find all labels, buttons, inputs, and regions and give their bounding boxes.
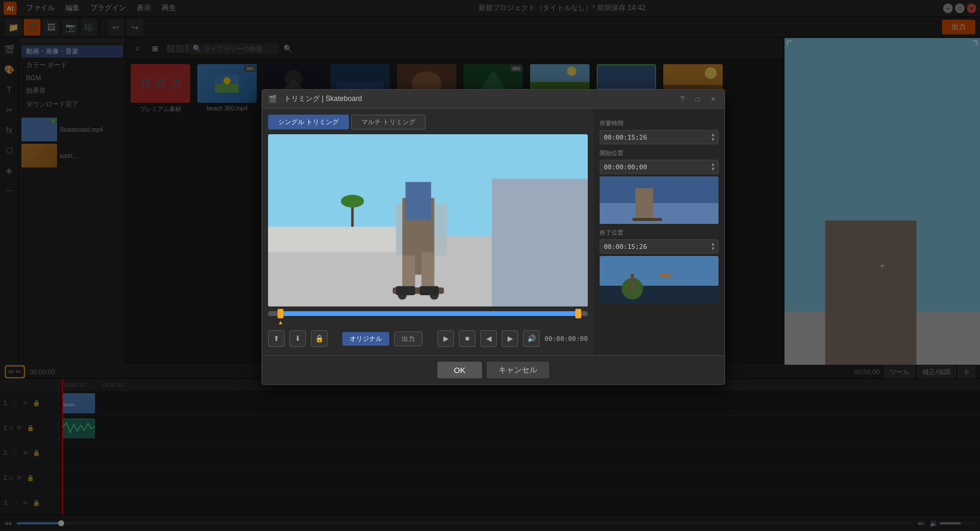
media-button[interactable]: 🎵 [24, 19, 40, 36]
sidebar-fx-button[interactable]: fx [2, 122, 17, 138]
trim-audio-button[interactable]: 🔊 [523, 330, 540, 347]
track-icon-monitor[interactable]: □ [11, 399, 19, 407]
menu-edit[interactable]: 編集 [61, 2, 84, 14]
scrubber-left-handle[interactable] [278, 309, 283, 318]
trim-export-in-button[interactable]: ⬆ [268, 330, 285, 347]
panel-resize-handle[interactable] [19, 38, 125, 43]
track-icon-eye-1v[interactable]: 👁 [21, 399, 30, 407]
playback-handle[interactable] [58, 520, 64, 526]
minimize-button[interactable]: ─ [943, 4, 953, 13]
dialog-cancel-button[interactable]: キャンセル [487, 362, 549, 378]
menu-file[interactable]: ファイル [21, 2, 59, 14]
trim-scrubber[interactable] [268, 311, 588, 323]
trim-step-fwd-button[interactable]: ▶ [502, 330, 518, 347]
trim-step-back-button[interactable]: ◀ [480, 330, 497, 347]
panel-item-sunrise[interactable]: sunri... [21, 144, 123, 167]
duration-spinners[interactable]: ▲ ▼ [711, 132, 714, 142]
original-toggle[interactable]: オリジナル [342, 332, 389, 346]
key-button[interactable]: キ [958, 366, 975, 378]
track-icon-eye-2v[interactable]: 👁 [21, 449, 30, 457]
track-row-1-audio [59, 416, 980, 441]
media-panel-items: ✓ Skateboard.mp4 sunri... [19, 115, 125, 170]
new-project-button[interactable]: 📁 [5, 19, 21, 36]
menu-play[interactable]: 再生 [157, 2, 181, 14]
sidebar-color-button[interactable]: 🎨 [2, 62, 17, 77]
playback-start-button[interactable]: ⏮ [5, 519, 12, 527]
end-spinners[interactable]: ▲ ▼ [711, 242, 714, 251]
redo-button[interactable]: ↪ [127, 19, 143, 36]
sidebar-trim-button[interactable]: ✂ [2, 102, 17, 118]
duration-down[interactable]: ▼ [711, 137, 714, 142]
end-input[interactable]: 00:00:15;26 ▲ ▼ [600, 239, 719, 254]
view-large-button[interactable]: ⬛⬛⬛ [166, 42, 179, 55]
sidebar-media-button[interactable]: 🎬 [2, 42, 17, 57]
tab-bgm[interactable]: BGM [21, 72, 123, 83]
playhead[interactable] [62, 379, 63, 531]
track-area[interactable]: 05;50;10 06;40;12 Skate [59, 379, 980, 531]
track-icon-lock-2a[interactable]: 🔒 [26, 474, 34, 482]
audio-clip-skateboard[interactable] [62, 418, 95, 438]
track-icon-eye-2a[interactable]: 👁 [15, 474, 24, 482]
volume-down-button[interactable]: 🔉 [929, 519, 938, 527]
search-button[interactable]: 🔍 [283, 45, 292, 53]
sidebar-more-button[interactable]: ⋯ [2, 183, 17, 198]
start-input[interactable]: 00:00:00;00 ▲ ▼ [600, 160, 719, 174]
start-down[interactable]: ▼ [711, 167, 714, 172]
playback-bar: ⏮ ⏭ 🔉 [0, 514, 980, 531]
single-trim-tab[interactable]: シングル トリミング [268, 115, 349, 129]
dialog-help-button[interactable]: ? [677, 94, 688, 105]
audio-button[interactable]: 🎼 [81, 19, 97, 36]
playback-end-button[interactable]: ⏭ [918, 519, 925, 527]
maximize-button[interactable]: □ [955, 4, 965, 13]
image-button[interactable]: 🖼 [43, 19, 59, 36]
dialog-close-button[interactable]: × [708, 94, 719, 105]
menu-plugin[interactable]: プラグイン [86, 2, 131, 14]
track-icon-eye-3v[interactable]: 👁 [21, 499, 30, 507]
sidebar-overlay-button[interactable]: ◈ [2, 163, 17, 178]
track-icon-eye-1a[interactable]: 👁 [15, 424, 24, 432]
cut-tool-button[interactable]: ✂ [15, 368, 21, 376]
media-item-beach360[interactable]: 360 beach 360.mp4 [197, 64, 257, 113]
start-spinners[interactable]: ▲ ▼ [711, 162, 714, 172]
tab-effects[interactable]: 効果音 [21, 84, 123, 97]
tab-downloads[interactable]: ダウンロード完了 [21, 98, 123, 110]
close-button[interactable]: × [967, 4, 976, 13]
track-icon-lock-1a[interactable]: 🔒 [26, 424, 34, 432]
sidebar-hex-button[interactable]: ⬡ [2, 143, 17, 158]
video-clip-skateboard[interactable]: Skate [62, 393, 95, 413]
volume-slider[interactable] [940, 522, 975, 524]
media-item-premium[interactable]: 🎵🎵🎵 プレミアム素材 [131, 64, 190, 113]
dialog-maximize-button[interactable]: □ [692, 94, 703, 105]
tab-color-board[interactable]: カラー ボード [21, 59, 123, 71]
trim-stop-button[interactable]: ■ [459, 330, 475, 347]
trim-export-out-button[interactable]: ⬇ [289, 330, 306, 347]
export-button[interactable]: 出力 [942, 20, 975, 34]
track-icon-lock-3v[interactable]: 🔒 [32, 499, 40, 507]
undo-button[interactable]: ↩ [108, 19, 124, 36]
track-icon-lock-1v[interactable]: 🔒 [32, 399, 40, 407]
duration-input[interactable]: 00:00:15;26 ▲ ▼ [600, 130, 719, 144]
track-icon-monitor-2[interactable]: □ [11, 449, 19, 457]
tools-dropdown[interactable]: ツール [884, 366, 915, 378]
ruler-spacer [0, 379, 59, 391]
view-grid-button[interactable]: ⊞ [149, 42, 162, 55]
playback-progress[interactable] [17, 522, 913, 524]
multi-trim-tab[interactable]: マルチ トリミング [351, 115, 426, 129]
end-down[interactable]: ▼ [711, 246, 714, 251]
track-icon-monitor-3[interactable]: □ [11, 499, 19, 507]
edit-tool-button[interactable]: ✏ [8, 368, 14, 376]
menu-view[interactable]: 表示 [132, 2, 156, 14]
tab-video-image-music[interactable]: 動画・画像・音楽 [21, 45, 123, 58]
view-list-button[interactable]: ≡ [131, 42, 144, 55]
photo-button[interactable]: 📷 [62, 19, 78, 36]
trim-play-button[interactable]: ▶ [437, 330, 454, 347]
panel-item-skateboard[interactable]: ✓ Skateboard.mp4 [21, 118, 123, 141]
track-icon-lock-2v[interactable]: 🔒 [32, 449, 40, 457]
sidebar-text-button[interactable]: T [2, 82, 17, 97]
scrubber-right-handle[interactable] [575, 309, 581, 318]
output-toggle[interactable]: 出力 [394, 331, 423, 346]
trim-lock-button[interactable]: 🔒 [311, 330, 327, 347]
dialog-ok-button[interactable]: OK [437, 362, 482, 378]
adjust-button[interactable]: 補正/強調 [917, 366, 956, 378]
library-search-input[interactable] [204, 45, 275, 52]
